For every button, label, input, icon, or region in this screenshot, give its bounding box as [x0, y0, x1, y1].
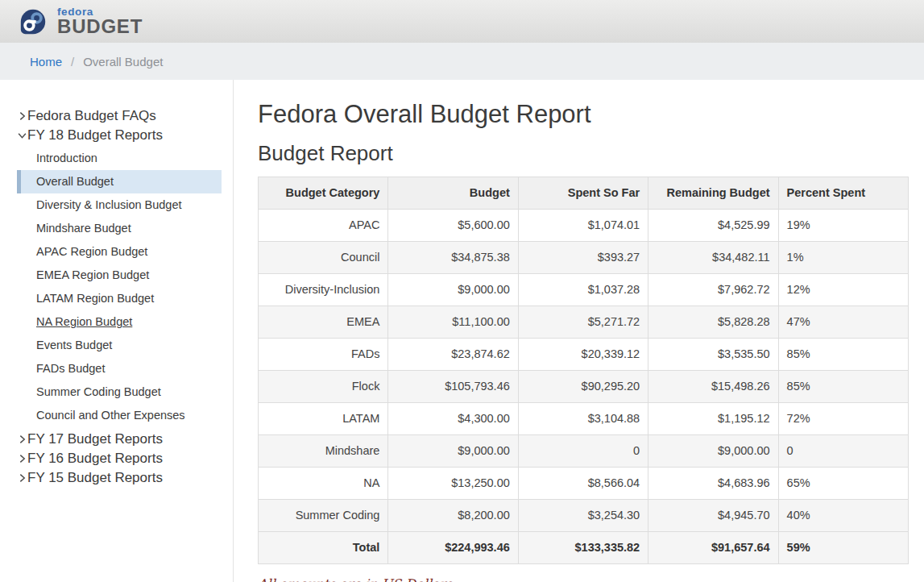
- cell-spent: $393.27: [518, 242, 648, 274]
- budget-table: Budget Category Budget Spent So Far Rema…: [258, 177, 909, 564]
- column-header-percent-spent: Percent Spent: [778, 177, 908, 210]
- cell-budget: $13,250.00: [388, 468, 518, 500]
- cell-total-label: Total: [259, 532, 388, 564]
- cell-spent: 0: [518, 435, 648, 468]
- cell-percent: 40%: [778, 500, 908, 532]
- sidebar-section-fy18-budget-reports[interactable]: FY 18 Budget Reports: [18, 126, 233, 145]
- sidebar-item-events-budget[interactable]: Events Budget: [17, 334, 222, 357]
- main-content: Fedora Overall Budget Report Budget Repo…: [234, 80, 924, 582]
- budget-table-header: Budget Category Budget Spent So Far Rema…: [259, 177, 909, 210]
- cell-spent: $90,295.20: [518, 371, 648, 403]
- cell-remaining: $4,525.99: [648, 210, 778, 242]
- sidebar-item-mindshare-budget[interactable]: Mindshare Budget: [17, 217, 222, 240]
- table-row-mindshare: Mindshare $9,000.00 0 $9,000.00 0: [259, 435, 909, 468]
- currency-footnote: All amounts are in US Dollars: [258, 576, 909, 582]
- cell-category: Diversity-Inclusion: [259, 274, 388, 306]
- masthead: fedora BUDGET: [0, 0, 924, 43]
- brand-budget-text: BUDGET: [57, 17, 143, 36]
- cell-budget: $8,200.00: [388, 500, 518, 532]
- cell-percent: 85%: [778, 339, 908, 371]
- table-row-total: Total $224,993.46 $133,335.82 $91,657.64…: [259, 532, 909, 564]
- cell-category: FADs: [259, 339, 388, 371]
- breadcrumb-home-link[interactable]: Home: [30, 55, 62, 69]
- cell-percent: 12%: [778, 274, 908, 306]
- cell-category: APAC: [259, 210, 388, 242]
- content-area: Fedora Budget FAQs FY 18 Budget Reports …: [0, 80, 924, 582]
- section-title: Budget Report: [258, 141, 909, 166]
- cell-category: Summer Coding: [259, 500, 388, 532]
- sidebar-item-summer-coding-budget[interactable]: Summer Coding Budget: [17, 380, 222, 404]
- sidebar-section-fy16-budget-reports[interactable]: FY 16 Budget Reports: [18, 449, 233, 468]
- cell-spent: $3,254.30: [518, 500, 648, 532]
- cell-spent: $3,104.88: [518, 403, 648, 435]
- cell-percent: 47%: [778, 306, 908, 339]
- brand-wordmark: fedora BUDGET: [57, 6, 143, 36]
- table-row-emea: EMEA $11,100.00 $5,271.72 $5,828.28 47%: [259, 306, 909, 339]
- cell-remaining: $4,683.96: [648, 468, 778, 500]
- sidebar-item-latam-region-budget[interactable]: LATAM Region Budget: [17, 287, 222, 310]
- sidebar-section-label: FY 17 Budget Reports: [27, 430, 163, 448]
- column-header-budget-category: Budget Category: [259, 177, 388, 210]
- chevron-right-icon: [18, 454, 27, 464]
- table-row-flock: Flock $105,793.46 $90,295.20 $15,498.26 …: [259, 371, 909, 403]
- page-title: Fedora Overall Budget Report: [258, 100, 909, 129]
- cell-budget: $5,600.00: [388, 210, 518, 242]
- chevron-down-icon: [18, 131, 27, 140]
- cell-total-spent: $133,335.82: [518, 532, 648, 564]
- cell-remaining: $15,498.26: [648, 371, 778, 403]
- sidebar-section-fy15-budget-reports[interactable]: FY 15 Budget Reports: [18, 468, 233, 488]
- sidebar-nav: Fedora Budget FAQs FY 18 Budget Reports …: [0, 80, 234, 582]
- cell-spent: $8,566.04: [518, 468, 648, 500]
- cell-percent: 85%: [778, 371, 908, 403]
- cell-total-percent: 59%: [778, 532, 908, 564]
- cell-remaining: $1,195.12: [648, 403, 778, 435]
- breadcrumb-current-page: Overall Budget: [83, 55, 163, 69]
- sidebar-item-emea-region-budget[interactable]: EMEA Region Budget: [17, 264, 222, 287]
- cell-percent: 72%: [778, 403, 908, 435]
- column-header-remaining-budget: Remaining Budget: [648, 177, 778, 210]
- breadcrumb-separator: /: [71, 55, 74, 69]
- cell-percent: 0: [778, 435, 908, 468]
- cell-percent: 1%: [778, 242, 908, 274]
- cell-spent: $1,074.01: [518, 210, 648, 242]
- table-row-fads: FADs $23,874.62 $20,339.12 $3,535.50 85%: [259, 339, 909, 371]
- sidebar-section-label: FY 16 Budget Reports: [27, 450, 163, 468]
- sidebar-section-fy17-budget-reports[interactable]: FY 17 Budget Reports: [18, 430, 233, 449]
- cell-budget: $9,000.00: [388, 435, 518, 468]
- cell-category: Council: [259, 242, 388, 274]
- sidebar-item-council-and-other-expenses[interactable]: Council and Other Expenses: [17, 404, 222, 427]
- cell-budget: $23,874.62: [388, 339, 518, 371]
- sidebar-item-overall-budget[interactable]: Overall Budget: [17, 170, 222, 193]
- sidebar-item-apac-region-budget[interactable]: APAC Region Budget: [17, 240, 222, 264]
- cell-category: NA: [259, 468, 388, 500]
- fedora-budget-logo[interactable]: fedora BUDGET: [18, 6, 143, 37]
- cell-budget: $11,100.00: [388, 306, 518, 339]
- table-row-apac: APAC $5,600.00 $1,074.01 $4,525.99 19%: [259, 210, 909, 242]
- table-row-na: NA $13,250.00 $8,566.04 $4,683.96 65%: [259, 468, 909, 500]
- cell-budget: $4,300.00: [388, 403, 518, 435]
- cell-spent: $1,037.28: [518, 274, 648, 306]
- sidebar-item-na-region-budget[interactable]: NA Region Budget: [17, 310, 222, 334]
- breadcrumb: Home / Overall Budget: [0, 43, 924, 80]
- sidebar-item-introduction[interactable]: Introduction: [17, 147, 222, 170]
- cell-percent: 65%: [778, 468, 908, 500]
- cell-category: EMEA: [259, 306, 388, 339]
- sidebar-item-fads-budget[interactable]: FADs Budget: [17, 357, 222, 380]
- table-row-diversity-inclusion: Diversity-Inclusion $9,000.00 $1,037.28 …: [259, 274, 909, 306]
- sidebar-item-diversity-inclusion-budget[interactable]: Diversity & Inclusion Budget: [17, 193, 222, 217]
- chevron-right-icon: [18, 434, 27, 444]
- column-header-spent-so-far: Spent So Far: [518, 177, 648, 210]
- chevron-right-icon: [18, 111, 27, 121]
- cell-spent: $5,271.72: [518, 306, 648, 339]
- cell-remaining: $4,945.70: [648, 500, 778, 532]
- cell-budget: $34,875.38: [388, 242, 518, 274]
- cell-budget: $105,793.46: [388, 371, 518, 403]
- cell-spent: $20,339.12: [518, 339, 648, 371]
- sidebar-section-label: FY 15 Budget Reports: [27, 469, 163, 487]
- chevron-right-icon: [18, 473, 27, 483]
- table-row-latam: LATAM $4,300.00 $3,104.88 $1,195.12 72%: [259, 403, 909, 435]
- sidebar-section-fedora-budget-faqs[interactable]: Fedora Budget FAQs: [18, 106, 233, 126]
- sidebar-fy18-sublist: Introduction Overall Budget Diversity & …: [18, 147, 233, 427]
- cell-budget: $9,000.00: [388, 274, 518, 306]
- sidebar-section-label: FY 18 Budget Reports: [27, 127, 163, 144]
